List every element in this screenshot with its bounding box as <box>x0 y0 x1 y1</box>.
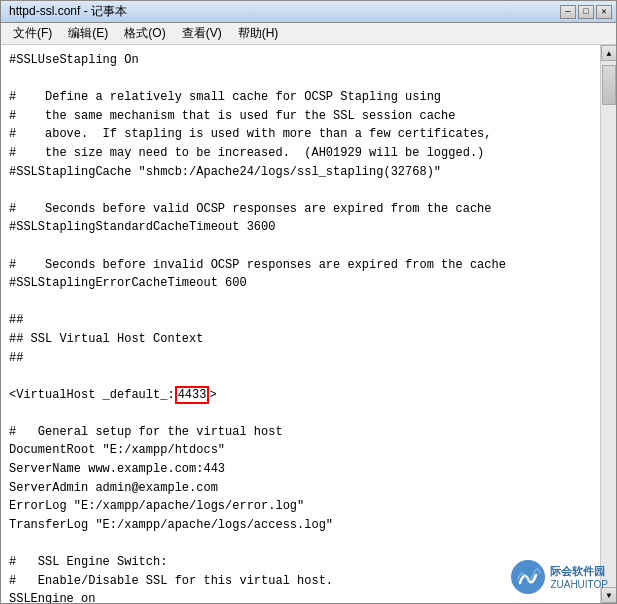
watermark-label: 际会软件园 ZUAHUITOP <box>550 564 608 590</box>
menu-edit[interactable]: 编辑(E) <box>60 23 116 44</box>
menu-view[interactable]: 查看(V) <box>174 23 230 44</box>
text-editor[interactable]: #SSLUseStapling On # Define a relatively… <box>1 45 600 603</box>
content-area: #SSLUseStapling On # Define a relatively… <box>1 45 616 603</box>
menu-format[interactable]: 格式(O) <box>116 23 173 44</box>
scroll-track[interactable] <box>601 61 616 587</box>
watermark: 际会软件园 ZUAHUITOP <box>510 559 608 595</box>
scroll-thumb[interactable] <box>602 65 616 105</box>
scroll-up-button[interactable]: ▲ <box>601 45 616 61</box>
close-button[interactable]: ✕ <box>596 5 612 19</box>
title-bar: httpd-ssl.conf - 记事本 ─ □ ✕ <box>1 1 616 23</box>
window-controls: ─ □ ✕ <box>560 5 612 19</box>
menu-help[interactable]: 帮助(H) <box>230 23 287 44</box>
maximize-button[interactable]: □ <box>578 5 594 19</box>
minimize-button[interactable]: ─ <box>560 5 576 19</box>
notepad-window: httpd-ssl.conf - 记事本 ─ □ ✕ 文件(F) 编辑(E) 格… <box>0 0 617 604</box>
menu-bar: 文件(F) 编辑(E) 格式(O) 查看(V) 帮助(H) <box>1 23 616 45</box>
watermark-icon <box>510 559 546 595</box>
highlight-port: 4433 <box>175 386 210 404</box>
menu-file[interactable]: 文件(F) <box>5 23 60 44</box>
vertical-scrollbar[interactable]: ▲ ▼ <box>600 45 616 603</box>
window-title: httpd-ssl.conf - 记事本 <box>5 3 127 20</box>
watermark-text-cn: 际会软件园 <box>550 564 608 579</box>
watermark-text-en: ZUAHUITOP <box>550 579 608 590</box>
